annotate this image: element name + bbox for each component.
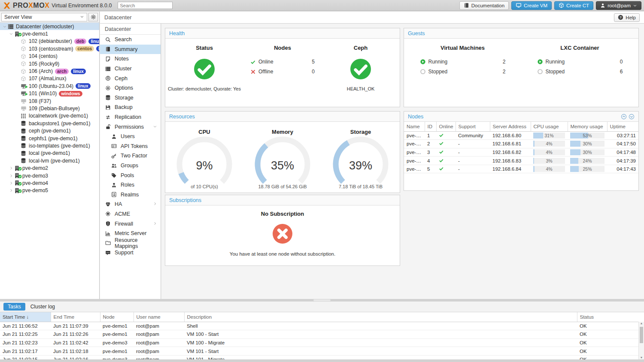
splitter-grip[interactable]	[313, 299, 331, 301]
user-icon	[600, 3, 605, 8]
nav-item-cluster[interactable]: Cluster	[100, 64, 161, 74]
tree-item[interactable]: Datacenter (democluster)	[0, 23, 99, 30]
tree-item[interactable]: iso-templates (pve-demo1)	[0, 142, 99, 149]
tree-item[interactable]: pve-demo1	[0, 30, 99, 37]
tasks-scrollbar[interactable]: ▲▼	[638, 322, 644, 359]
tasks-col-user-name[interactable]: User name	[134, 312, 184, 322]
nav-item-firewall[interactable]: Firewall	[100, 219, 161, 229]
node-row[interactable]: pve-… 3 - 192.168.6.82 4% 30% 04:17:48	[404, 148, 638, 157]
gauge-storage: Storage 39% 7.18 TiB of 18.45 TiB	[322, 129, 400, 189]
task-row[interactable]: Jun 21 11:06:52Jun 21 11:07:39pve-demo1r…	[0, 322, 644, 330]
tree-item[interactable]: local-lvm (pve-demo1)	[0, 157, 99, 164]
task-row[interactable]: Jun 21 11:02:17Jun 21 11:02:18pve-demo1r…	[0, 347, 644, 356]
gear-icon	[105, 85, 111, 91]
nav-item-search[interactable]: Search	[100, 35, 161, 45]
task-row[interactable]: Jun 21 11:02:23Jun 21 11:02:42pve-demo3r…	[0, 338, 644, 347]
documentation-button[interactable]: Documentation	[459, 1, 509, 10]
nav-item-roles[interactable]: Roles	[100, 180, 161, 190]
tab-cluster-log[interactable]: Cluster log	[26, 303, 59, 311]
nav-item-ceph[interactable]: Ceph	[100, 73, 161, 83]
node-row[interactable]: pve-… 2 - 192.168.6.81 4% 30% 04:17:50	[404, 140, 638, 148]
tree-item[interactable]: 106 (Arch)archlinux	[0, 67, 99, 75]
task-status: OK	[577, 330, 644, 339]
global-search-input[interactable]	[118, 2, 173, 9]
create-vm-button[interactable]: Create VM	[511, 1, 552, 10]
tree-item[interactable]: 105 (Rocky9)	[0, 60, 99, 67]
nav-item-summary[interactable]: Summary	[100, 45, 161, 54]
tree-item[interactable]: 109 (Debian-Bullseye)	[0, 105, 99, 112]
nav-item-users[interactable]: Users	[100, 132, 161, 142]
node-row[interactable]: pve-… 5 - 192.168.6.84 4% 25% 04:17:43	[404, 165, 638, 173]
tree-item[interactable]: 100 (Ubuntu-23.04)linux	[0, 82, 99, 90]
tree-item[interactable]: ceph (pve-demo1)	[0, 127, 99, 134]
nodes-col-server-address[interactable]: Server Address	[490, 122, 531, 131]
create-ct-button[interactable]: Create CT	[554, 1, 593, 10]
user-menu-button[interactable]: root@pam	[596, 1, 641, 10]
nav-item-two-factor[interactable]: Two Factor	[100, 151, 161, 161]
tree-item[interactable]: 108 (F37)	[0, 97, 99, 105]
nav-item-backup[interactable]: Backup	[100, 103, 161, 112]
tree-item[interactable]: 104 (centos)	[0, 53, 99, 60]
tree-item[interactable]: backupstore1 (pve-demo1)	[0, 120, 99, 127]
svg-text:?: ?	[620, 15, 622, 19]
tree-item[interactable]: pve-demo2	[0, 164, 99, 172]
nodes-col-memory-usage[interactable]: Memory usage	[568, 122, 607, 131]
node-name: pve-…	[404, 131, 425, 140]
node-row[interactable]: pve-… 4 - 192.168.6.83 3% 24% 04:17:39	[404, 157, 638, 165]
nav-item-resource-mappings[interactable]: Resource Mappings	[100, 238, 161, 248]
gauge-arc: 35%	[246, 136, 319, 186]
tree-item[interactable]: 101 (Win10)windows	[0, 90, 99, 97]
tree-item-label: local-lvm (pve-demo1)	[29, 158, 80, 164]
tree-settings-button[interactable]	[88, 13, 98, 21]
nav-item-notes[interactable]: Notes	[100, 54, 161, 64]
tasks-col-description[interactable]: Description	[184, 312, 577, 322]
nav-item-groups[interactable]: Groups	[100, 161, 161, 171]
replication-icon	[105, 115, 111, 120]
gauge-cpu: CPU 9% of 10 CPU(s)	[165, 129, 243, 189]
nav-item-permissions[interactable]: Permissions	[100, 122, 161, 132]
nav-item-acme[interactable]: ACME	[100, 209, 161, 219]
tab-tasks[interactable]: Tasks	[3, 303, 25, 311]
nav-item-api-tokens[interactable]: API Tokens	[100, 142, 161, 151]
nav-item-pools[interactable]: Pools	[100, 170, 161, 180]
tasks-col-status[interactable]: Status	[577, 312, 644, 322]
nav-item-label: Roles	[121, 182, 134, 188]
nav-item-replication[interactable]: Replication	[100, 112, 161, 122]
view-mode-select[interactable]: Server View	[1, 13, 87, 21]
nav-item-storage[interactable]: Storage	[100, 93, 161, 103]
tree-item[interactable]: 103 (centosstream)centoslinux	[0, 45, 99, 52]
tree-item[interactable]: local (pve-demo1)	[0, 150, 99, 157]
check-icon	[250, 59, 256, 65]
nav-item-support[interactable]: Support	[100, 248, 161, 258]
nav-item-ha[interactable]: HA	[100, 199, 161, 209]
nav-item-realms[interactable]: Realms	[100, 190, 161, 200]
collapse-up-icon[interactable]	[621, 114, 627, 120]
collapse-down-icon[interactable]	[629, 114, 635, 120]
tree-item[interactable]: 102 (debianbuster)deblinux	[0, 38, 99, 45]
chevron-right-icon	[9, 188, 13, 193]
tasks-col-start-time[interactable]: Start Time ↓	[0, 312, 51, 322]
tasks-col-end-time[interactable]: End Time	[51, 312, 100, 322]
task-row[interactable]: Jun 21 11:02:25Jun 21 11:02:26pve-demo1r…	[0, 330, 644, 339]
help-button[interactable]: ? Help	[614, 13, 640, 22]
tasks-col-node[interactable]: Node	[100, 312, 134, 322]
scrollbar-thumb[interactable]	[640, 327, 643, 343]
nav-item-options[interactable]: Options	[100, 83, 161, 93]
tree-item[interactable]: pve-demo4	[0, 179, 99, 187]
tree-item[interactable]: 107 (AlmaLinux)	[0, 75, 99, 82]
nodes-col-name[interactable]: Name	[404, 122, 425, 131]
chevron-right-icon	[153, 221, 157, 226]
guests-panel-title: Guests	[404, 28, 638, 39]
nodes-col-online[interactable]: Online	[436, 122, 456, 131]
tree-item[interactable]: localnetwork (pve-demo1)	[0, 112, 99, 120]
tree-item[interactable]: pve-demo5	[0, 187, 99, 194]
node-name: pve-…	[404, 148, 425, 157]
tree-item[interactable]: cephfs1 (pve-demo1)	[0, 135, 99, 142]
node-row[interactable]: pve-… 1 Community 192.168.6.80 31% 53% 0…	[404, 131, 638, 140]
nodes-col-cpu-usage[interactable]: CPU usage	[531, 122, 568, 131]
vm-running-row: Running 2	[420, 59, 506, 65]
nodes-col-uptime[interactable]: Uptime	[607, 122, 638, 131]
nodes-col-support[interactable]: Support	[456, 122, 490, 131]
tree-item[interactable]: pve-demo3	[0, 172, 99, 179]
nodes-col-id[interactable]: ID	[425, 122, 436, 131]
